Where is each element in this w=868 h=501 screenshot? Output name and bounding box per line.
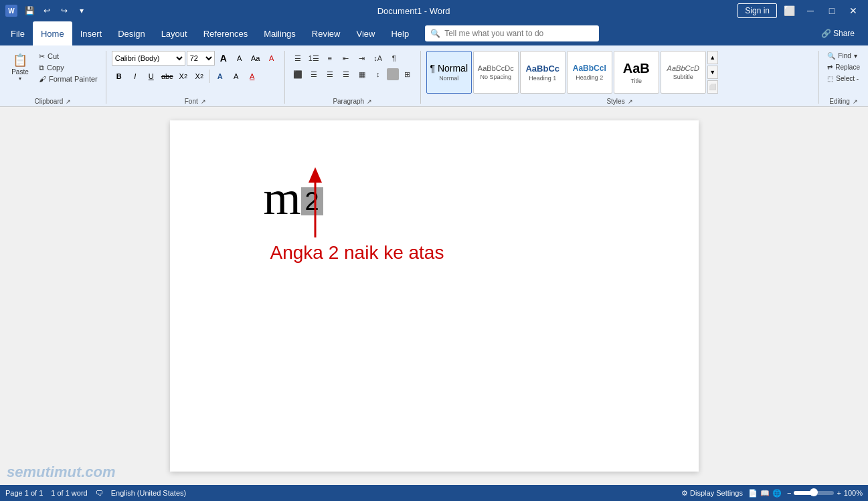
select-button[interactable]: ⬚ Select - (824, 74, 861, 84)
bullets-button[interactable]: ☰ (290, 51, 305, 66)
status-left: Page 1 of 1 1 of 1 word 🗨 English (Unite… (5, 489, 186, 497)
svg-marker-1 (309, 167, 322, 183)
clipboard-label[interactable]: Clipboard ↗ (3, 96, 103, 106)
menu-references[interactable]: References (195, 21, 256, 45)
close-button[interactable]: ✕ (844, 1, 863, 20)
align-center-button[interactable]: ☰ (307, 67, 321, 82)
undo-button[interactable]: ↩ (39, 3, 55, 19)
menu-view[interactable]: View (348, 21, 383, 45)
shading-button[interactable] (387, 68, 399, 80)
text-effects-button[interactable]: A (213, 69, 228, 84)
font-name-select[interactable]: Calibri (Body) (112, 51, 185, 66)
highlight-button[interactable]: A (229, 69, 244, 84)
style-title[interactable]: AaB Title (614, 51, 659, 94)
zoom-out-button[interactable]: − (787, 489, 791, 497)
menu-layout[interactable]: Layout (153, 21, 195, 45)
increase-indent-button[interactable]: ⇥ (355, 51, 369, 66)
styles-scroll-up-button[interactable]: ▲ (707, 51, 718, 64)
style-heading1[interactable]: AaBbCc Heading 1 (520, 51, 566, 94)
search-input[interactable] (444, 29, 594, 38)
show-formatting-button[interactable]: ¶ (387, 51, 402, 66)
menu-file[interactable]: File (3, 21, 33, 45)
menu-mailings[interactable]: Mailings (256, 21, 304, 45)
read-mode-button[interactable]: 📖 (760, 489, 770, 498)
maximize-button[interactable]: □ (822, 1, 841, 20)
paste-button[interactable]: 📋 Paste ▾ (5, 51, 35, 84)
display-settings-button[interactable]: ⚙ Display Settings (681, 489, 743, 498)
style-normal[interactable]: ¶ Normal Normal (426, 51, 472, 94)
font-label[interactable]: Font ↗ (109, 96, 282, 106)
multilevel-button[interactable]: ≡ (323, 51, 337, 66)
style-subtitle[interactable]: AaBbCcD Subtitle (661, 51, 706, 94)
status-bar: Page 1 of 1 1 of 1 word 🗨 English (Unite… (0, 485, 868, 501)
font-size-select[interactable]: 72 (187, 51, 215, 66)
cut-button[interactable]: ✂ Cut (36, 52, 100, 62)
format-painter-icon: 🖌 (39, 75, 46, 83)
replace-button[interactable]: ⇄ Replace (824, 62, 863, 72)
print-layout-button[interactable]: 📄 (748, 489, 758, 498)
menu-design[interactable]: Design (110, 21, 153, 45)
align-right-button[interactable]: ☰ (323, 67, 337, 82)
superscript-button[interactable]: X2 (192, 69, 207, 84)
menu-review[interactable]: Review (304, 21, 349, 45)
ribbon-display-button[interactable]: ⬜ (780, 1, 798, 20)
styles-scroll: ▲ ▼ ⬜ (707, 51, 718, 94)
paragraph-label[interactable]: Paragraph ↗ (288, 96, 418, 106)
grow-font-button[interactable]: A (216, 51, 231, 66)
sort-button[interactable]: ↕A (371, 51, 385, 66)
share-button[interactable]: 🔗 Share (813, 29, 863, 38)
document-title: Document1 - Word (377, 6, 450, 16)
editing-group: 🔍 Find ▾ ⇄ Replace ⬚ Select - Editing ↗ (822, 48, 865, 106)
sign-in-button[interactable]: Sign in (737, 3, 777, 18)
divider-inner (209, 70, 210, 83)
line-spacing-button[interactable]: ↕ (371, 67, 385, 82)
menu-home[interactable]: Home (33, 21, 72, 45)
bold-button[interactable]: B (112, 69, 126, 84)
shrink-font-button[interactable]: A (232, 51, 247, 66)
quick-access-toolbar: 💾 ↩ ↪ ▾ (21, 3, 90, 19)
title-bar-left: W 💾 ↩ ↪ ▾ (5, 3, 90, 19)
numbering-button[interactable]: 1☰ (307, 51, 321, 66)
view-controls: 📄 📖 🌐 (748, 489, 782, 498)
find-dropdown-icon: ▾ (854, 52, 857, 60)
copy-button[interactable]: ⧉ Copy (36, 63, 100, 73)
decrease-indent-button[interactable]: ⇤ (339, 51, 353, 66)
columns-button[interactable]: ▦ (355, 67, 369, 82)
title-bar: W 💾 ↩ ↪ ▾ Document1 - Word Sign in ⬜ ─ □… (0, 0, 868, 21)
save-button[interactable]: 💾 (21, 3, 37, 19)
customize-quick-access-button[interactable]: ▾ (74, 3, 90, 19)
underline-button[interactable]: U (144, 69, 159, 84)
document-page[interactable]: m 2 Angka 2 naik ke atas (170, 120, 699, 472)
align-left-button[interactable]: ⬛ (290, 67, 305, 82)
styles-scroll-down-button[interactable]: ▼ (707, 66, 718, 79)
style-heading2[interactable]: AaBbCcI Heading 2 (567, 51, 612, 94)
minimize-button[interactable]: ─ (801, 1, 820, 20)
zoom-in-button[interactable]: + (837, 489, 841, 497)
style-no-spacing[interactable]: AaBbCcDc No Spacing (473, 51, 519, 94)
menu-insert[interactable]: Insert (72, 21, 110, 45)
find-button[interactable]: 🔍 Find ▾ (824, 51, 859, 61)
italic-button[interactable]: I (128, 69, 143, 84)
replace-icon: ⇄ (827, 64, 833, 71)
web-layout-button[interactable]: 🌐 (772, 489, 782, 498)
borders-button[interactable]: ⊞ (400, 67, 415, 82)
menu-help[interactable]: Help (383, 21, 417, 45)
display-settings-icon: ⚙ (681, 489, 688, 497)
subscript-button[interactable]: X2 (176, 69, 191, 84)
editing-label[interactable]: Editing ↗ (822, 96, 865, 106)
styles-expand-icon: ↗ (628, 98, 633, 105)
zoom-level: 100% (844, 489, 863, 497)
justify-button[interactable]: ☰ (339, 67, 353, 82)
change-case-button[interactable]: Aa (248, 51, 263, 66)
strikethrough-button[interactable]: abc (160, 69, 175, 84)
font-group: Calibri (Body) 72 A A Aa A B I U abc X2 … (109, 48, 282, 106)
font-color-button[interactable]: A (245, 69, 260, 84)
arrow-svg (305, 164, 325, 244)
clear-formatting-button[interactable]: A (264, 51, 279, 66)
word-icon: W (5, 5, 17, 17)
format-painter-button[interactable]: 🖌 Format Painter (36, 74, 100, 84)
zoom-slider[interactable] (794, 491, 834, 495)
redo-button[interactable]: ↪ (56, 3, 72, 19)
styles-label[interactable]: Styles ↗ (424, 96, 816, 106)
styles-expand-button[interactable]: ⬜ (707, 80, 718, 94)
